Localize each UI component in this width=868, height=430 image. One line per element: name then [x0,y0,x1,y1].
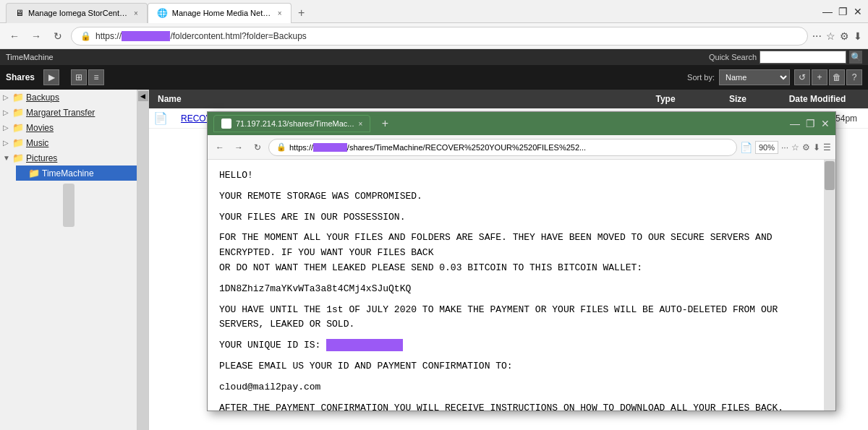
browser-titlebar: 🖥 Manage Iomega StorCenter ix-... × 🌐 Ma… [0,0,868,23]
popup-address-bar[interactable]: 🔒 https:// /shares/TimeMachine/RECOVER%2… [268,139,737,156]
file-list-header: Name Type Size Date Modified [149,90,868,108]
popup-close-button[interactable]: ✕ [821,118,830,129]
new-tab-button[interactable]: + [292,3,312,23]
refresh-button[interactable]: ↻ [49,27,67,45]
more-options-icon[interactable]: ··· [812,30,822,43]
popup-download-icon[interactable]: ⬇ [813,142,820,152]
popup-address-row: ← → ↻ 🔒 https:// /shares/TimeMachine/REC… [208,135,835,160]
sidebar-label-movies: Movies [26,123,54,133]
sortby-area: Sort by: Name Type Size Date Modified ↺ … [687,69,862,85]
scroll-up-button[interactable]: ◀ [138,91,148,101]
add-folder-button[interactable]: + [812,69,827,85]
back-button[interactable]: ← [6,27,23,45]
minimize-button[interactable]: — [822,6,833,17]
refresh-files-button[interactable]: ↺ [794,69,810,85]
tab-favicon-2: 🌐 [157,8,168,18]
delete-button[interactable]: 🗑 [829,69,845,85]
browser-tabs: 🖥 Manage Iomega StorCenter ix-... × 🌐 Ma… [6,0,822,23]
ransom-unique-id-label: YOUR UNIQUE ID IS: [219,340,320,351]
grid-view-button[interactable]: ⊞ [71,69,87,85]
ransom-btc-address: 1DN8Zhiz7maYKvWTa3a8t4CMj4xSJuQtKQ [219,282,812,297]
folder-icon-music: 📁 [12,137,24,148]
popup-refresh-button[interactable]: ↻ [250,139,265,155]
play-button[interactable]: ▶ [43,69,59,85]
address-bar[interactable]: 🔒 https:// /foldercontent.html?folder=Ba… [71,27,808,46]
popup-browser-window: 71.197.214.13/shares/TimeMac... × + — ❐ … [207,111,836,411]
main-layout: ▷ 📁 Backups ▷ 📁 Margaret Transfer ▷ 📁 Mo… [0,90,868,430]
shares-label: Shares [6,72,35,82]
sidebar-scrollbar[interactable] [63,184,75,227]
ransom-unique-id-value [326,339,403,351]
browser-window-controls: — ❐ ✕ [822,6,862,17]
address-bar-row: ← → ↻ 🔒 https:// /foldercontent.html?fol… [0,23,868,49]
help-button[interactable]: ? [846,69,862,85]
sidebar-item-backups[interactable]: ▷ 📁 Backups [0,90,137,105]
content-area: Name Type Size Date Modified 📄 RECOVER Y… [149,90,868,430]
sidebar-item-pictures[interactable]: ▼ 📁 Pictures [0,150,137,165]
popup-minimize-button[interactable]: — [790,118,800,129]
quick-search-input[interactable] [760,51,846,64]
sidebar-label-timemachine: TimeMachine [42,168,94,179]
popup-tab-close[interactable]: × [358,120,362,128]
popup-back-button[interactable]: ← [212,139,228,155]
sidebar-item-timemachine[interactable]: 📁 TimeMachine [16,165,137,181]
close-button[interactable]: ✕ [854,6,862,17]
tab-iomega[interactable]: 🖥 Manage Iomega StorCenter ix-... × [6,3,148,23]
tab-manage-home[interactable]: 🌐 Manage Home Media Network × [148,3,292,23]
popup-reader-icon[interactable]: 📄 [740,142,752,153]
popup-tab[interactable]: 71.197.214.13/shares/TimeMac... × [213,115,370,132]
folder-icon-movies: 📁 [12,122,24,133]
tab-title-1: Manage Iomega StorCenter ix-... [28,9,129,17]
popup-menu-icon[interactable]: ☰ [823,142,831,152]
address-url: https:// /foldercontent.html?folder=Back… [95,31,307,41]
sidebar-item-movies[interactable]: ▷ 📁 Movies [0,120,137,135]
popup-titlebar: 71.197.214.13/shares/TimeMac... × + — ❐ … [208,112,835,135]
main-toolbar: Shares ▶ ⊞ ≡ Sort by: Name Type Size Dat… [0,65,868,90]
expand-arrow-movies: ▷ [3,124,10,132]
popup-new-tab-button[interactable]: + [376,115,393,132]
popup-scrollbar[interactable] [824,160,835,410]
folder-icon-pictures: 📁 [12,152,24,163]
file-icon-txt: 📄 [153,111,168,125]
popup-more-icon[interactable]: ··· [781,142,788,152]
popup-address-controls: 📄 90% ··· ☆ ⚙ ⬇ ☰ [740,141,831,154]
sidebar-scrollbar-area: ◀ [137,90,149,430]
sidebar-item-music[interactable]: ▷ 📁 Music [0,135,137,150]
expand-arrow-backups: ▷ [3,93,10,101]
ransom-files-safe: FOR THE MOMENT ALL YOUR FILES AND FOLDER… [219,232,773,258]
forward-button[interactable]: → [27,27,45,45]
popup-bookmark-icon[interactable]: ☆ [791,142,799,152]
popup-extensions-icon[interactable]: ⚙ [802,142,810,152]
pictures-children: 📁 TimeMachine [0,165,137,181]
extensions-icon[interactable]: ⚙ [840,30,849,42]
list-view-button[interactable]: ≡ [88,69,104,85]
tab-close-1[interactable]: × [134,9,138,17]
restore-button[interactable]: ❐ [838,6,848,17]
bookmark-icon[interactable]: ☆ [826,30,835,42]
sort-select[interactable]: Name Type Size Date Modified [719,69,790,85]
download-icon[interactable]: ⬇ [854,30,862,42]
folder-icon-backups: 📁 [12,92,24,103]
header-type: Type [622,94,709,104]
tab-close-2[interactable]: × [278,9,282,17]
popup-restore-button[interactable]: ❐ [806,118,815,129]
popup-lock-icon: 🔒 [276,142,286,152]
expand-arrow-pictures: ▼ [3,154,10,162]
ransom-possession: YOUR FILES ARE IN OUR POSSESSION. [219,210,812,225]
popup-window-controls: — ❐ ✕ [790,118,830,129]
lock-icon: 🔒 [80,31,91,41]
expand-arrow-margaret: ▷ [3,108,10,116]
expand-arrow-music: ▷ [3,139,10,147]
sidebar-label-backups: Backups [26,93,59,103]
sidebar-label-pictures: Pictures [26,153,57,163]
popup-address-url: https:// /shares/TimeMachine/RECOVER%252… [289,143,586,152]
sidebar-label-music: Music [26,138,48,148]
toolbar-action-btns: ↺ + 🗑 ? [794,69,862,85]
redacted-url [122,31,170,41]
zoom-label: 90% [755,141,778,154]
sidebar-item-margaret[interactable]: ▷ 📁 Margaret Transfer [0,105,137,120]
quick-search-area: Quick Search 🔍 [709,51,862,64]
popup-forward-button[interactable]: → [231,139,247,155]
search-button[interactable]: 🔍 [849,51,862,64]
app-header: TimeMachine Quick Search 🔍 [0,49,868,65]
